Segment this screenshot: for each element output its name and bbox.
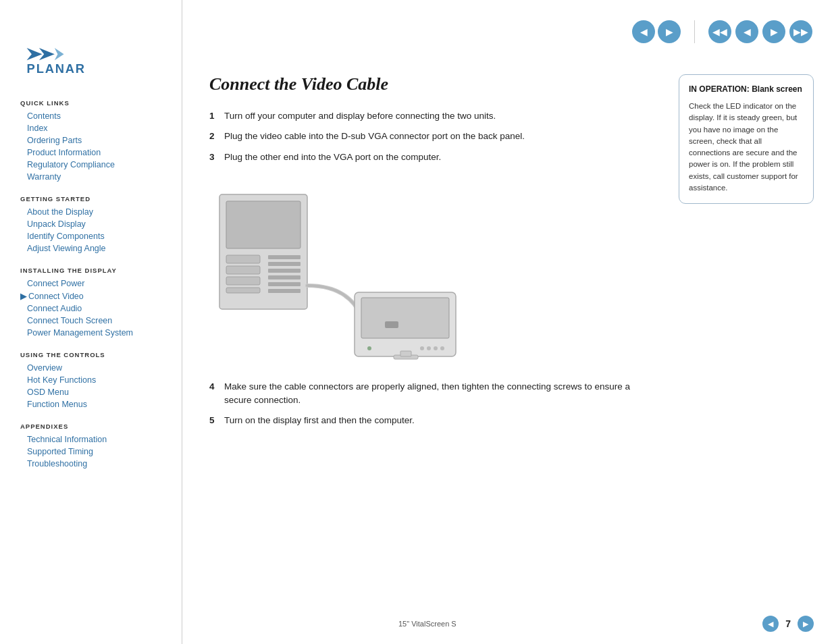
active-arrow-icon: ▶ <box>20 291 27 301</box>
sidebar-item-about-display[interactable]: About the Display <box>20 206 168 218</box>
info-box: IN OPERATION: Blank screen Check the LED… <box>679 74 814 204</box>
step-3-num: 3 <box>209 151 224 164</box>
info-box-body: Check the LED indicator on the display. … <box>689 101 804 194</box>
nav-group-page: ◀◀ ◀ ▶ ▶▶ <box>707 20 814 43</box>
svg-point-22 <box>427 346 431 350</box>
step-list-2: 4 Make sure the cable connectors are pro… <box>209 380 658 428</box>
svg-rect-12 <box>268 269 301 273</box>
page-footer: 15" VitalScreen S ◀ 7 ▶ <box>371 616 834 632</box>
pagination: ◀ 7 ▶ <box>762 616 814 632</box>
section-title-appendixes: APPENDIXES <box>20 423 168 430</box>
sidebar-item-connect-touch-screen[interactable]: Connect Touch Screen <box>20 315 168 327</box>
sidebar-section-quick-links: QUICK LINKS Contents Index Ordering Part… <box>20 99 168 183</box>
sidebar-item-identify-components[interactable]: Identify Components <box>20 230 168 242</box>
svg-rect-6 <box>226 255 260 263</box>
step-1: 1 Turn off your computer and display bef… <box>209 109 658 123</box>
svg-point-23 <box>434 346 438 350</box>
page-prev-button[interactable]: ◀ <box>762 616 779 632</box>
sidebar-item-index[interactable]: Index <box>20 122 168 134</box>
computer-diagram <box>213 181 463 363</box>
sidebar-item-contents[interactable]: Contents <box>20 110 168 122</box>
sidebar-item-product-information[interactable]: Product Information <box>20 146 168 159</box>
nav-first-button[interactable]: ◀◀ <box>708 20 731 43</box>
sidebar-item-technical-information[interactable]: Technical Information <box>20 433 168 446</box>
svg-rect-10 <box>268 255 301 259</box>
sidebar-section-using-controls: USING THE CONTROLS Overview Hot Key Func… <box>20 351 168 410</box>
in-operation-label: IN OPERATION: <box>689 84 750 94</box>
sidebar-item-osd-menu[interactable]: OSD Menu <box>20 386 168 398</box>
diagram-area <box>209 178 466 367</box>
sidebar-item-troubleshooting[interactable]: Troubleshooting <box>20 458 168 470</box>
svg-rect-7 <box>226 266 260 274</box>
sidebar-section-installing: INSTALLING THE DISPLAY Connect Power ▶ C… <box>20 267 168 339</box>
nav-next-button[interactable]: ▶ <box>762 20 785 43</box>
step-4-num: 4 <box>209 380 224 408</box>
info-box-title: IN OPERATION: Blank screen <box>689 84 804 94</box>
nav-last-button[interactable]: ▶▶ <box>789 20 812 43</box>
sidebar-item-power-management[interactable]: Power Management System <box>20 327 168 339</box>
step-5-text: Turn on the display first and then the c… <box>224 414 658 427</box>
nav-forward-button[interactable]: ▶ <box>658 20 681 43</box>
page-heading: Connect the Video Cable <box>209 74 658 95</box>
sidebar-item-warranty[interactable]: Warranty <box>20 171 168 183</box>
sidebar-item-function-menus[interactable]: Function Menus <box>20 398 168 410</box>
sidebar-item-ordering-parts[interactable]: Ordering Parts <box>20 134 168 146</box>
svg-point-24 <box>440 346 444 350</box>
step-2-text: Plug the video cable into the D-sub VGA … <box>224 130 658 143</box>
sidebar-item-adjust-viewing-angle[interactable]: Adjust Viewing Angle <box>20 242 168 254</box>
sidebar-item-unpack-display[interactable]: Unpack Display <box>20 218 168 230</box>
step-1-num: 1 <box>209 109 224 123</box>
svg-rect-15 <box>268 289 301 293</box>
logo: PLANAR <box>20 41 168 80</box>
top-navigation: ◀ ▶ ◀◀ ◀ ▶ ▶▶ <box>631 20 814 43</box>
sidebar-item-regulatory-compliance[interactable]: Regulatory Compliance <box>20 159 168 171</box>
svg-text:PLANAR: PLANAR <box>27 61 86 76</box>
sidebar-section-appendixes: APPENDIXES Technical Information Support… <box>20 423 168 470</box>
nav-divider <box>694 20 695 43</box>
sidebar-item-hot-key-functions[interactable]: Hot Key Functions <box>20 374 168 386</box>
svg-point-21 <box>420 346 424 350</box>
svg-rect-19 <box>400 351 411 356</box>
svg-rect-8 <box>226 277 260 285</box>
sidebar-item-connect-video[interactable]: ▶ Connect Video <box>20 290 168 302</box>
svg-point-20 <box>367 346 371 350</box>
page-number: 7 <box>785 618 791 629</box>
svg-rect-13 <box>268 275 301 279</box>
step-3: 3 Plug the other end into the VGA port o… <box>209 151 658 164</box>
step-list: 1 Turn off your computer and display bef… <box>209 109 658 164</box>
step-5: 5 Turn on the display first and then the… <box>209 414 658 427</box>
svg-rect-11 <box>268 262 301 266</box>
nav-group-back-forward: ◀ ▶ <box>631 20 682 43</box>
sidebar-section-getting-started: GETTING STARTED About the Display Unpack… <box>20 195 168 254</box>
sidebar-item-connect-audio[interactable]: Connect Audio <box>20 302 168 315</box>
step-2-num: 2 <box>209 130 224 143</box>
section-title-quick-links: QUICK LINKS <box>20 99 168 107</box>
svg-rect-9 <box>226 288 260 293</box>
page-next-button[interactable]: ▶ <box>798 616 814 632</box>
sidebar-item-overview[interactable]: Overview <box>20 362 168 374</box>
svg-rect-25 <box>385 321 398 328</box>
step-2: 2 Plug the video cable into the D-sub VG… <box>209 130 658 143</box>
svg-marker-1 <box>27 48 43 60</box>
step-4-text: Make sure the cable connectors are prope… <box>224 380 658 408</box>
sidebar: PLANAR QUICK LINKS Contents Index Orderi… <box>0 0 182 644</box>
section-title-installing: INSTALLING THE DISPLAY <box>20 267 168 274</box>
step-1-text: Turn off your computer and display befor… <box>224 109 658 123</box>
sidebar-item-supported-timing[interactable]: Supported Timing <box>20 446 168 458</box>
svg-rect-5 <box>226 201 301 248</box>
step-5-num: 5 <box>209 414 224 427</box>
info-box-subtitle: Blank screen <box>752 84 802 94</box>
main-text: Connect the Video Cable 1 Turn off your … <box>209 74 658 441</box>
sidebar-item-connect-power[interactable]: Connect Power <box>20 277 168 290</box>
section-title-using-controls: USING THE CONTROLS <box>20 351 168 358</box>
main-content: ◀ ▶ ◀◀ ◀ ▶ ▶▶ Connect the Video Cable 1 … <box>182 0 834 644</box>
step-4: 4 Make sure the cable connectors are pro… <box>209 380 658 408</box>
nav-back-button[interactable]: ◀ <box>632 20 655 43</box>
svg-rect-17 <box>361 298 449 338</box>
svg-rect-14 <box>268 282 301 286</box>
nav-prev-button[interactable]: ◀ <box>735 20 758 43</box>
step-3-text: Plug the other end into the VGA port on … <box>224 151 658 164</box>
content-area: Connect the Video Cable 1 Turn off your … <box>209 74 814 441</box>
svg-marker-2 <box>55 48 64 60</box>
footer-product-name: 15" VitalScreen S <box>398 620 457 628</box>
